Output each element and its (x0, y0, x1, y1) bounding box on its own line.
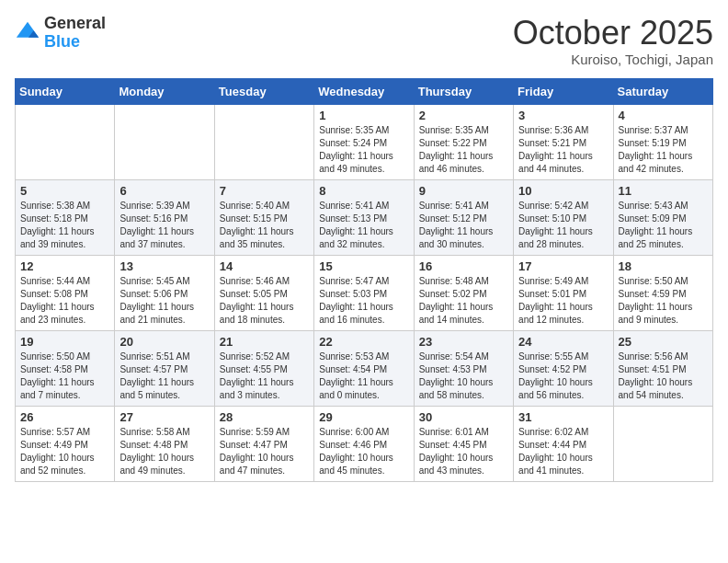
day-info: Sunrise: 5:52 AM Sunset: 4:55 PM Dayligh… (220, 350, 309, 402)
day-info: Sunrise: 5:39 AM Sunset: 5:16 PM Dayligh… (119, 200, 209, 251)
page-header: General Blue October 2025 Kuroiso, Tochi… (15, 15, 713, 67)
calendar-cell: 31Sunrise: 6:02 AM Sunset: 4:44 PM Dayli… (514, 406, 613, 481)
day-info: Sunrise: 5:38 AM Sunset: 5:18 PM Dayligh… (20, 200, 109, 251)
calendar-cell: 3Sunrise: 5:36 AM Sunset: 5:21 PM Daylig… (514, 104, 613, 179)
day-number: 26 (20, 410, 109, 424)
day-number: 22 (319, 335, 408, 349)
calendar-cell: 27Sunrise: 5:58 AM Sunset: 4:48 PM Dayli… (115, 406, 214, 481)
day-info: Sunrise: 5:54 AM Sunset: 4:53 PM Dayligh… (419, 350, 508, 402)
day-info: Sunrise: 5:40 AM Sunset: 5:15 PM Dayligh… (220, 200, 309, 251)
day-number: 29 (319, 410, 408, 424)
day-info: Sunrise: 5:35 AM Sunset: 5:24 PM Dayligh… (319, 124, 408, 176)
day-info: Sunrise: 5:55 AM Sunset: 4:52 PM Dayligh… (518, 350, 608, 402)
calendar-cell (16, 104, 115, 179)
calendar-table: SundayMondayTuesdayWednesdayThursdayFrid… (15, 78, 713, 482)
day-number: 24 (518, 335, 608, 349)
day-info: Sunrise: 5:51 AM Sunset: 4:57 PM Dayligh… (119, 350, 209, 402)
calendar-row-3: 19Sunrise: 5:50 AM Sunset: 4:58 PM Dayli… (16, 330, 713, 406)
day-number: 6 (119, 184, 209, 198)
day-info: Sunrise: 5:48 AM Sunset: 5:02 PM Dayligh… (419, 275, 508, 327)
day-number: 11 (619, 184, 708, 198)
calendar-cell: 15Sunrise: 5:47 AM Sunset: 5:03 PM Dayli… (314, 255, 414, 330)
weekday-header-tuesday: Tuesday (214, 78, 313, 104)
calendar-cell (214, 104, 313, 179)
calendar-cell: 8Sunrise: 5:41 AM Sunset: 5:13 PM Daylig… (314, 179, 414, 255)
day-info: Sunrise: 5:47 AM Sunset: 5:03 PM Dayligh… (319, 275, 408, 327)
calendar-cell: 2Sunrise: 5:35 AM Sunset: 5:22 PM Daylig… (414, 104, 513, 179)
day-info: Sunrise: 5:41 AM Sunset: 5:13 PM Dayligh… (319, 200, 408, 251)
day-number: 14 (220, 259, 309, 273)
calendar-cell: 22Sunrise: 5:53 AM Sunset: 4:54 PM Dayli… (314, 330, 414, 406)
calendar-row-4: 26Sunrise: 5:57 AM Sunset: 4:49 PM Dayli… (16, 406, 713, 481)
weekday-header-row: SundayMondayTuesdayWednesdayThursdayFrid… (16, 78, 713, 104)
calendar-cell: 17Sunrise: 5:49 AM Sunset: 5:01 PM Dayli… (514, 255, 613, 330)
calendar-cell: 13Sunrise: 5:45 AM Sunset: 5:06 PM Dayli… (115, 255, 214, 330)
calendar-cell: 24Sunrise: 5:55 AM Sunset: 4:52 PM Dayli… (514, 330, 613, 406)
day-number: 10 (518, 184, 608, 198)
day-number: 23 (419, 335, 508, 349)
day-number: 15 (319, 259, 408, 273)
location: Kuroiso, Tochigi, Japan (513, 52, 713, 67)
day-number: 20 (119, 335, 209, 349)
weekday-header-sunday: Sunday (16, 78, 115, 104)
day-number: 5 (20, 184, 109, 198)
day-number: 28 (220, 410, 309, 424)
calendar-cell: 1Sunrise: 5:35 AM Sunset: 5:24 PM Daylig… (314, 104, 414, 179)
day-number: 4 (619, 109, 708, 122)
calendar-cell: 5Sunrise: 5:38 AM Sunset: 5:18 PM Daylig… (16, 179, 115, 255)
day-info: Sunrise: 5:37 AM Sunset: 5:19 PM Dayligh… (619, 124, 708, 176)
weekday-header-monday: Monday (115, 78, 214, 104)
day-info: Sunrise: 5:41 AM Sunset: 5:12 PM Dayligh… (419, 200, 508, 251)
day-info: Sunrise: 5:36 AM Sunset: 5:21 PM Dayligh… (518, 124, 608, 176)
day-number: 17 (518, 259, 608, 273)
calendar-cell: 18Sunrise: 5:50 AM Sunset: 4:59 PM Dayli… (613, 255, 712, 330)
calendar-cell: 29Sunrise: 6:00 AM Sunset: 4:46 PM Dayli… (314, 406, 414, 481)
month-title: October 2025 (513, 15, 713, 52)
calendar-row-2: 12Sunrise: 5:44 AM Sunset: 5:08 PM Dayli… (16, 255, 713, 330)
day-info: Sunrise: 5:42 AM Sunset: 5:10 PM Dayligh… (518, 200, 608, 251)
weekday-header-thursday: Thursday (414, 78, 513, 104)
day-number: 3 (518, 109, 608, 122)
day-info: Sunrise: 5:58 AM Sunset: 4:48 PM Dayligh… (119, 426, 209, 477)
day-info: Sunrise: 5:53 AM Sunset: 4:54 PM Dayligh… (319, 350, 408, 402)
day-number: 18 (619, 259, 708, 273)
calendar-cell: 7Sunrise: 5:40 AM Sunset: 5:15 PM Daylig… (214, 179, 313, 255)
day-number: 30 (419, 410, 508, 424)
day-number: 27 (119, 410, 209, 424)
day-number: 16 (419, 259, 508, 273)
day-number: 13 (119, 259, 209, 273)
logo-blue-text: Blue (44, 32, 80, 51)
calendar-cell: 20Sunrise: 5:51 AM Sunset: 4:57 PM Dayli… (115, 330, 214, 406)
day-info: Sunrise: 6:01 AM Sunset: 4:45 PM Dayligh… (419, 426, 508, 477)
day-number: 7 (220, 184, 309, 198)
calendar-cell: 19Sunrise: 5:50 AM Sunset: 4:58 PM Dayli… (16, 330, 115, 406)
day-number: 9 (419, 184, 508, 198)
calendar-cell: 23Sunrise: 5:54 AM Sunset: 4:53 PM Dayli… (414, 330, 513, 406)
day-number: 2 (419, 109, 508, 122)
calendar-cell (613, 406, 712, 481)
day-info: Sunrise: 5:35 AM Sunset: 5:22 PM Dayligh… (419, 124, 508, 176)
calendar-cell (115, 104, 214, 179)
weekday-header-friday: Friday (514, 78, 613, 104)
calendar-row-1: 5Sunrise: 5:38 AM Sunset: 5:18 PM Daylig… (16, 179, 713, 255)
day-info: Sunrise: 6:00 AM Sunset: 4:46 PM Dayligh… (319, 426, 408, 477)
calendar-cell: 12Sunrise: 5:44 AM Sunset: 5:08 PM Dayli… (16, 255, 115, 330)
day-number: 1 (319, 109, 408, 122)
day-number: 19 (20, 335, 109, 349)
day-info: Sunrise: 5:50 AM Sunset: 4:58 PM Dayligh… (20, 350, 109, 402)
day-info: Sunrise: 5:46 AM Sunset: 5:05 PM Dayligh… (220, 275, 309, 327)
day-number: 8 (319, 184, 408, 198)
day-info: Sunrise: 5:59 AM Sunset: 4:47 PM Dayligh… (220, 426, 309, 477)
calendar-cell: 25Sunrise: 5:56 AM Sunset: 4:51 PM Dayli… (613, 330, 712, 406)
day-info: Sunrise: 5:49 AM Sunset: 5:01 PM Dayligh… (518, 275, 608, 327)
day-info: Sunrise: 5:44 AM Sunset: 5:08 PM Dayligh… (20, 275, 109, 327)
calendar-cell: 28Sunrise: 5:59 AM Sunset: 4:47 PM Dayli… (214, 406, 313, 481)
calendar-cell: 9Sunrise: 5:41 AM Sunset: 5:12 PM Daylig… (414, 179, 513, 255)
day-info: Sunrise: 5:50 AM Sunset: 4:59 PM Dayligh… (619, 275, 708, 327)
day-info: Sunrise: 5:57 AM Sunset: 4:49 PM Dayligh… (20, 426, 109, 477)
day-info: Sunrise: 6:02 AM Sunset: 4:44 PM Dayligh… (518, 426, 608, 477)
weekday-header-wednesday: Wednesday (314, 78, 414, 104)
calendar-cell: 10Sunrise: 5:42 AM Sunset: 5:10 PM Dayli… (514, 179, 613, 255)
calendar-row-0: 1Sunrise: 5:35 AM Sunset: 5:24 PM Daylig… (16, 104, 713, 179)
calendar-cell: 14Sunrise: 5:46 AM Sunset: 5:05 PM Dayli… (214, 255, 313, 330)
